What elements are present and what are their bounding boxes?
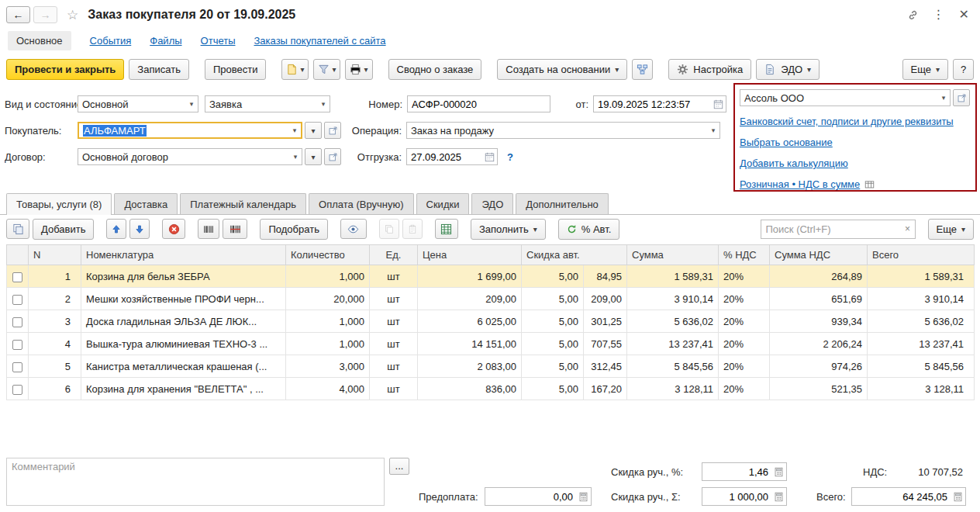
- post-and-close-button[interactable]: Провести и закрыть: [6, 59, 124, 80]
- create-based-on-button[interactable]: Создать на основании ▾: [497, 59, 627, 80]
- related-documents-button[interactable]: [632, 59, 653, 80]
- prepayment-input[interactable]: [485, 491, 575, 503]
- back-button[interactable]: ←: [6, 6, 30, 23]
- get-link-button[interactable]: [907, 9, 919, 21]
- manual-discount-sum-input[interactable]: [702, 491, 771, 503]
- shipment-date-field[interactable]: [406, 148, 498, 165]
- clear-search-button[interactable]: ×: [901, 223, 915, 234]
- edo-button[interactable]: ЭДО ▾: [756, 59, 820, 80]
- row-checkbox[interactable]: [12, 295, 22, 305]
- copy-rows-button[interactable]: [379, 219, 399, 239]
- operation-combo[interactable]: Заказ на продажу ▾: [406, 122, 720, 139]
- table-row[interactable]: 2 Мешки хозяйственные ПРОФИ черн... 20,0…: [7, 288, 975, 310]
- close-button[interactable]: ✕: [959, 9, 969, 21]
- favorite-star-button[interactable]: ☆: [67, 7, 78, 23]
- barcode-scan-button[interactable]: [223, 219, 247, 239]
- tab-files[interactable]: Файлы: [150, 35, 181, 47]
- add-calculation-link[interactable]: Добавить калькуляцию: [740, 157, 848, 169]
- row-checkbox[interactable]: [12, 385, 22, 395]
- shipment-date-input[interactable]: [407, 151, 481, 163]
- document-status-button[interactable]: ▾: [281, 59, 309, 80]
- more-button[interactable]: Еще ▾: [902, 59, 948, 80]
- chevron-down-icon[interactable]: ▾: [317, 100, 330, 108]
- table-row[interactable]: 4 Вышка-тура алюминиевая ТЕХНО-3 ... 1,0…: [7, 333, 975, 355]
- tab-additional[interactable]: Дополнительно: [516, 193, 609, 214]
- number-input[interactable]: [407, 95, 550, 112]
- tab-main[interactable]: Основное: [8, 31, 71, 50]
- contract-field[interactable]: Основной договор ▾: [78, 148, 302, 165]
- chevron-down-icon[interactable]: ▾: [937, 94, 950, 102]
- row-checkbox[interactable]: [12, 272, 22, 282]
- table-row[interactable]: 6 Корзина для хранения "ВЕЛЕТТА" , ... 4…: [7, 378, 975, 400]
- row-checkbox[interactable]: [12, 362, 22, 372]
- add-row-button[interactable]: Добавить: [33, 219, 94, 240]
- grand-total-calc-button[interactable]: [950, 489, 965, 504]
- tab-reports[interactable]: Отчеты: [201, 35, 236, 47]
- tab-discounts[interactable]: Скидки: [416, 193, 470, 214]
- filter-button[interactable]: ▾: [313, 59, 340, 80]
- barcode-button[interactable]: [198, 219, 219, 239]
- status-combo[interactable]: Заявка ▾: [205, 95, 330, 112]
- kind-combo[interactable]: Основной ▾: [78, 95, 198, 112]
- post-button[interactable]: Провести: [205, 59, 267, 80]
- order-summary-button[interactable]: Сводно о заказе: [388, 59, 482, 80]
- row-checkbox[interactable]: [12, 317, 22, 327]
- manual-discount-pct-calc-button[interactable]: [771, 464, 786, 479]
- pick-items-button[interactable]: Подобрать: [260, 219, 327, 240]
- bank-account-link[interactable]: Банковский счет, подписи и другие реквиз…: [740, 116, 954, 127]
- tab-payment-calendar[interactable]: Платежный календарь: [180, 193, 306, 214]
- date-picker-button[interactable]: [710, 96, 726, 112]
- move-down-button[interactable]: [129, 219, 150, 239]
- cancel-row-button[interactable]: [162, 219, 185, 239]
- contract-list-button[interactable]: ▾: [305, 148, 322, 165]
- fill-button[interactable]: Заполнить ▾: [471, 219, 546, 240]
- edo-document-icon: [764, 64, 776, 75]
- chevron-down-icon[interactable]: ▾: [288, 126, 301, 134]
- tab-site-orders[interactable]: Заказы покупателей с сайта: [254, 35, 386, 47]
- prepayment-calc-button[interactable]: [575, 489, 591, 504]
- comment-expand-button[interactable]: ...: [389, 458, 409, 475]
- tab-events[interactable]: События: [90, 35, 132, 47]
- write-button[interactable]: Записать: [129, 59, 189, 80]
- table-row[interactable]: 1 Корзина для белья ЗЕБРА 1,000 шт 1 699…: [7, 265, 975, 288]
- chevron-down-icon[interactable]: ▾: [185, 100, 198, 108]
- export-table-button[interactable]: [435, 219, 458, 239]
- manual-discount-sum-calc-button[interactable]: [771, 489, 786, 504]
- move-up-button[interactable]: [106, 219, 126, 239]
- customer-list-button[interactable]: ▾: [305, 122, 322, 139]
- help-button[interactable]: ?: [953, 59, 974, 80]
- items-more-button[interactable]: Еще ▾: [928, 219, 974, 240]
- tab-delivery[interactable]: Доставка: [114, 193, 178, 214]
- table-row[interactable]: 3 Доска гладильная ЭЛЬЗА ДЕ ЛЮК... 1,000…: [7, 310, 975, 333]
- search-input[interactable]: [761, 223, 901, 235]
- row-checkbox[interactable]: [12, 340, 22, 350]
- organization-combo[interactable]: Ассоль ООО ▾: [740, 89, 951, 106]
- auto-discount-button[interactable]: % Авт.: [558, 219, 620, 240]
- paste-rows-button[interactable]: [402, 219, 423, 239]
- view-button[interactable]: [340, 219, 367, 239]
- print-button[interactable]: ▾: [345, 59, 372, 80]
- tab-payment-manual[interactable]: Оплата (Вручную): [309, 193, 413, 214]
- grand-total-input[interactable]: [852, 491, 950, 503]
- choose-basis-link[interactable]: Выбрать основание: [740, 137, 833, 148]
- date-input[interactable]: [594, 99, 710, 110]
- settings-button[interactable]: Настройка: [668, 59, 751, 80]
- organization-open-button[interactable]: [953, 89, 970, 106]
- price-type-vat-link[interactable]: Розничная • НДС в сумме: [740, 178, 860, 190]
- window-menu-button[interactable]: ⋮: [933, 9, 945, 21]
- shipment-help-link[interactable]: ?: [507, 151, 513, 163]
- shipment-date-picker-button[interactable]: [481, 149, 497, 164]
- contract-open-button[interactable]: [324, 148, 341, 165]
- table-row[interactable]: 5 Канистра металлическая крашеная (... 3…: [7, 355, 975, 378]
- forward-button[interactable]: →: [33, 6, 57, 23]
- tab-edo[interactable]: ЭДО: [471, 193, 513, 214]
- comment-input[interactable]: [7, 458, 384, 505]
- manual-discount-pct-input[interactable]: [702, 466, 771, 478]
- chevron-down-icon[interactable]: ▾: [707, 126, 719, 134]
- tab-goods-services[interactable]: Товары, услуги (8): [6, 193, 112, 215]
- copy-row-button[interactable]: [6, 219, 29, 239]
- customer-open-button[interactable]: [324, 122, 341, 139]
- date-field[interactable]: [593, 95, 726, 112]
- customer-field[interactable]: АЛЬФАМАРТ ▾: [78, 122, 302, 139]
- chevron-down-icon[interactable]: ▾: [289, 153, 302, 161]
